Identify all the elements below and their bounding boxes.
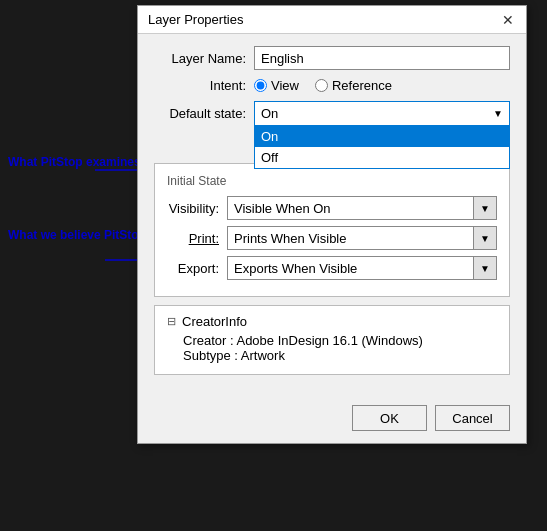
default-state-value: On (261, 106, 278, 121)
intent-reference-label: Reference (332, 78, 392, 93)
dialog-titlebar: Layer Properties ✕ (138, 6, 526, 34)
close-button[interactable]: ✕ (500, 13, 516, 27)
print-row: Print: Prints When Visible ▼ (167, 226, 497, 250)
export-dropdown-wrapper: Exports When Visible ▼ (227, 256, 497, 280)
layer-name-row: Layer Name: (154, 46, 510, 70)
intent-row: Intent: View Reference (154, 78, 510, 93)
cancel-button[interactable]: Cancel (435, 405, 510, 431)
creator-info-header: ⊟ CreatorInfo (167, 314, 497, 329)
default-state-row: Default state: On ▼ On Off (154, 101, 510, 125)
intent-label: Intent: (154, 78, 254, 93)
creator-info-line1: Creator : Adobe InDesign 16.1 (Windows) (167, 333, 497, 348)
layer-properties-dialog: Layer Properties ✕ Layer Name: Intent: V… (137, 5, 527, 444)
dropdown-item-on[interactable]: On (255, 126, 509, 147)
dialog-title: Layer Properties (148, 12, 243, 27)
print-dropdown[interactable]: Prints When Visible (227, 226, 497, 250)
dialog-body: Layer Name: Intent: View Reference Defau… (138, 34, 526, 397)
intent-view-label: View (271, 78, 299, 93)
visibility-dropdown-wrapper: Visible When On ▼ (227, 196, 497, 220)
default-state-list: On Off (254, 125, 510, 169)
export-dropdown[interactable]: Exports When Visible (227, 256, 497, 280)
dropdown-chevron-icon: ▼ (493, 108, 503, 119)
intent-view-radio[interactable] (254, 79, 267, 92)
intent-radio-group: View Reference (254, 78, 392, 93)
intent-reference-radio[interactable] (315, 79, 328, 92)
initial-state-title: Initial State (167, 174, 497, 188)
default-state-dropdown-container: On ▼ On Off (254, 101, 510, 125)
print-dropdown-wrapper: Prints When Visible ▼ (227, 226, 497, 250)
visibility-dropdown[interactable]: Visible When On (227, 196, 497, 220)
layer-name-input[interactable] (254, 46, 510, 70)
export-row: Export: Exports When Visible ▼ (167, 256, 497, 280)
creator-info-title: CreatorInfo (182, 314, 247, 329)
visibility-row: Visibility: Visible When On ▼ (167, 196, 497, 220)
dropdown-item-off[interactable]: Off (255, 147, 509, 168)
ok-button[interactable]: OK (352, 405, 427, 431)
creator-info-line2: Subtype : Artwork (167, 348, 497, 363)
visibility-label: Visibility: (167, 201, 227, 216)
collapse-icon[interactable]: ⊟ (167, 315, 176, 328)
export-label: Export: (167, 261, 227, 276)
print-label: Print: (167, 231, 227, 246)
intent-reference-option[interactable]: Reference (315, 78, 392, 93)
intent-view-option[interactable]: View (254, 78, 299, 93)
default-state-label: Default state: (154, 106, 254, 121)
default-state-display[interactable]: On ▼ (254, 101, 510, 125)
initial-state-section: Initial State Visibility: Visible When O… (154, 163, 510, 297)
dialog-footer: OK Cancel (138, 397, 526, 443)
creator-info-box: ⊟ CreatorInfo Creator : Adobe InDesign 1… (154, 305, 510, 375)
layer-name-label: Layer Name: (154, 51, 254, 66)
